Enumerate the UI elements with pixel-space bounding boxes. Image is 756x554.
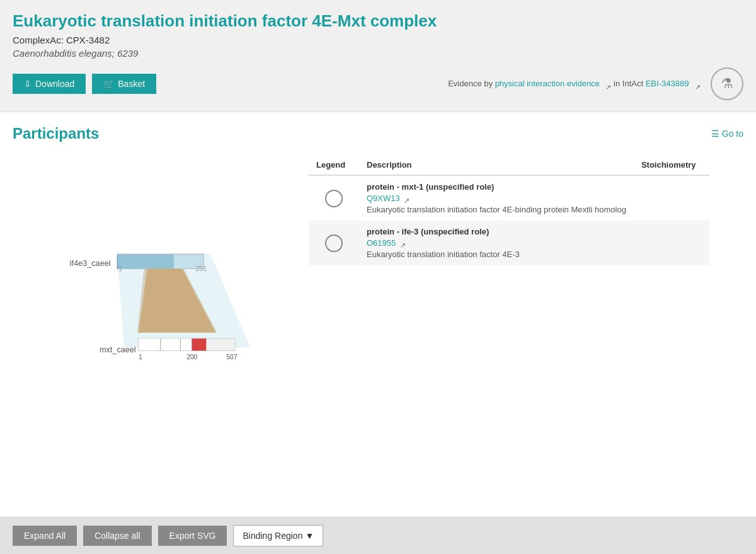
participants-title: Participants bbox=[13, 125, 99, 142]
participants-section: Participants ☰ Go to if4e3_caeel 1 251 bbox=[0, 112, 756, 428]
legend-circle-2 bbox=[325, 234, 343, 252]
th-legend: Legend bbox=[309, 155, 359, 175]
participants-header: Participants ☰ Go to bbox=[13, 125, 743, 142]
stoichiometry-cell-1 bbox=[634, 175, 709, 221]
flask-icon: ⚗ bbox=[711, 67, 743, 100]
participants-table: Legend Description Stoichiometry protein… bbox=[309, 155, 709, 265]
description-cell-2: protein - ife-3 (unspecified role) O6195… bbox=[359, 221, 634, 265]
intact-id-link[interactable]: EBI-343889 bbox=[646, 79, 701, 88]
bottom-bar-red bbox=[192, 338, 206, 350]
table-row: protein - ife-3 (unspecified role) O6195… bbox=[309, 221, 709, 265]
header-section: Eukaryotic translation initiation factor… bbox=[0, 0, 756, 112]
list-icon: ☰ bbox=[711, 129, 719, 139]
evidence-text: Evidence by physical interaction evidenc… bbox=[448, 78, 701, 90]
organism: Caenorhabditis elegans; 6239 bbox=[13, 48, 743, 59]
diagram-area: if4e3_caeel 1 251 mxt_caeel bbox=[25, 155, 302, 422]
interaction-diagram: if4e3_caeel 1 251 mxt_caeel bbox=[32, 168, 296, 407]
stoichiometry-cell-2 bbox=[634, 221, 709, 265]
protein-id-link-1[interactable]: Q9XW13 bbox=[367, 193, 411, 203]
physical-interaction-link[interactable]: physical interaction evidence bbox=[495, 79, 614, 88]
bottom-protein-label: mxt_caeel bbox=[100, 345, 136, 354]
action-buttons: ⇩ Download 🛒 Basket bbox=[13, 74, 156, 94]
ext-link-icon-protein-2 bbox=[400, 240, 408, 248]
basket-icon: 🛒 bbox=[103, 79, 114, 89]
external-link-icon bbox=[604, 81, 611, 88]
protein-id-link-2[interactable]: O61955 bbox=[367, 238, 408, 248]
bottom-range-end: 507 bbox=[226, 353, 238, 361]
basket-button[interactable]: 🛒 Basket bbox=[92, 74, 156, 94]
protein-desc-1: Eukaryotic translation initiation factor… bbox=[367, 205, 626, 214]
ext-link-icon-protein-1 bbox=[404, 195, 411, 203]
top-protein-label: if4e3_caeel bbox=[70, 259, 111, 268]
table-container: Legend Description Stoichiometry protein… bbox=[309, 155, 731, 422]
download-button[interactable]: ⇩ Download bbox=[13, 74, 86, 94]
description-cell-1: protein - mxt-1 (unspecified role) Q9XW1… bbox=[359, 175, 634, 221]
external-link-icon-2 bbox=[693, 81, 701, 88]
page-title: Eukaryotic translation initiation factor… bbox=[13, 11, 743, 31]
bottom-range-start: 1 bbox=[139, 353, 142, 361]
table-row: protein - mxt-1 (unspecified role) Q9XW1… bbox=[309, 175, 709, 221]
th-description: Description bbox=[359, 155, 634, 175]
download-icon: ⇩ bbox=[24, 79, 32, 89]
protein-name-2: protein - ife-3 (unspecified role) bbox=[367, 227, 626, 236]
bottom-bar-white bbox=[139, 338, 192, 350]
header-actions: ⇩ Download 🛒 Basket Evidence by physical… bbox=[13, 67, 743, 100]
protein-desc-2: Eukaryotic translation initiation factor… bbox=[367, 250, 626, 259]
evidence-area: Evidence by physical interaction evidenc… bbox=[448, 67, 743, 100]
complex-ac: ComplexAc: CPX-3482 bbox=[13, 35, 743, 45]
bottom-range-mid: 200 bbox=[186, 353, 198, 361]
main-content: if4e3_caeel 1 251 mxt_caeel bbox=[13, 155, 743, 422]
legend-circle-1 bbox=[325, 190, 343, 207]
goto-link[interactable]: ☰ Go to bbox=[711, 129, 743, 139]
th-stoichiometry: Stoichiometry bbox=[634, 155, 709, 175]
legend-cell-2 bbox=[309, 221, 359, 265]
protein-name-1: protein - mxt-1 (unspecified role) bbox=[367, 182, 626, 192]
bottom-bar-end bbox=[207, 338, 235, 350]
legend-cell-1 bbox=[309, 175, 359, 221]
